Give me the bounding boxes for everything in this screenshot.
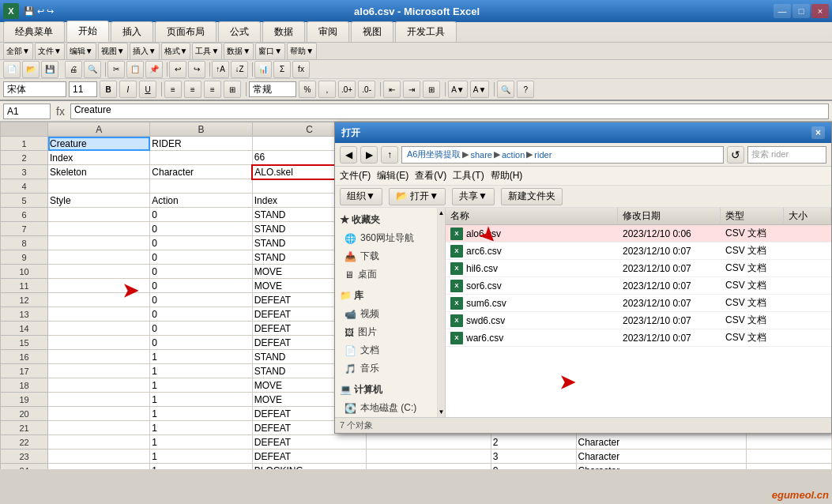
- cell-B15[interactable]: 0: [150, 336, 252, 350]
- sub-menu-file[interactable]: 文件▼: [35, 43, 65, 60]
- cell-A15[interactable]: [48, 336, 150, 350]
- file-row-3[interactable]: Xsor6.csv2023/12/10 0:07CSV 文档: [446, 277, 831, 295]
- sub-menu-edit[interactable]: 编辑▼: [66, 43, 96, 60]
- cell-A12[interactable]: [48, 293, 150, 307]
- fe-col-date[interactable]: 修改日期: [618, 208, 721, 224]
- bold-button[interactable]: B: [100, 81, 117, 98]
- cell-B7[interactable]: 0: [150, 222, 252, 236]
- fe-sidebar-music[interactable]: 🎵 音乐: [338, 359, 434, 378]
- cell-B2[interactable]: [150, 151, 252, 165]
- cell-A1[interactable]: Creature: [48, 137, 150, 151]
- toolbar-paste[interactable]: 📌: [145, 61, 163, 78]
- fe-search-box[interactable]: 搜索 rider: [747, 146, 826, 164]
- cell-A23[interactable]: [48, 449, 150, 464]
- sub-menu-window[interactable]: 窗口▼: [255, 43, 285, 60]
- fe-col-type[interactable]: 类型: [721, 208, 784, 224]
- cell-B10[interactable]: 0: [150, 265, 252, 279]
- formula-input[interactable]: Creature: [70, 103, 829, 119]
- cell-C23[interactable]: DEFEAT: [252, 449, 367, 464]
- fe-share-button[interactable]: 共享▼: [452, 188, 495, 205]
- tab-page-layout[interactable]: 页面布局: [155, 21, 216, 42]
- file-row-4[interactable]: Xsum6.csv2023/12/10 0:07CSV 文档: [446, 295, 831, 312]
- cell-A20[interactable]: [48, 407, 150, 421]
- tab-start[interactable]: 开始: [66, 21, 109, 42]
- fe-col-name[interactable]: 名称: [446, 208, 618, 224]
- underline-button[interactable]: U: [139, 81, 156, 98]
- cell-A14[interactable]: [48, 322, 150, 336]
- cell-A17[interactable]: [48, 364, 150, 378]
- cell-B12[interactable]: 0: [150, 293, 252, 307]
- cell-A8[interactable]: [48, 236, 150, 250]
- fe-up-button[interactable]: ↑: [381, 146, 398, 164]
- toolbar-redo[interactable]: ↪: [188, 61, 205, 78]
- tab-view[interactable]: 视图: [351, 21, 393, 42]
- fe-close-button[interactable]: ×: [811, 126, 825, 139]
- fe-sidebar-download[interactable]: 📥 下载: [338, 247, 434, 265]
- cell-A5[interactable]: Style: [48, 194, 150, 208]
- file-row-2[interactable]: Xhil6.csv2023/12/10 0:07CSV 文档: [446, 260, 831, 277]
- toolbar-save[interactable]: 💾: [41, 61, 58, 78]
- cell-B3[interactable]: Character: [150, 165, 252, 179]
- toolbar-chart[interactable]: 📊: [254, 61, 272, 78]
- toolbar-undo[interactable]: ↩: [169, 61, 186, 78]
- toolbar-new[interactable]: 📄: [3, 61, 21, 78]
- cell-B24[interactable]: 1: [150, 464, 252, 470]
- help[interactable]: ?: [517, 81, 534, 98]
- fe-col-size[interactable]: 大小: [784, 208, 831, 224]
- indent-dec[interactable]: ⇤: [383, 81, 401, 98]
- fill-color[interactable]: A▼: [448, 81, 468, 98]
- toolbar-open[interactable]: 📂: [22, 61, 40, 78]
- cell-B6[interactable]: 0: [150, 208, 252, 222]
- file-row-1[interactable]: Xarc6.csv2023/12/10 0:07CSV 文档: [446, 243, 831, 260]
- tab-developer[interactable]: 开发工具: [395, 21, 457, 42]
- cell-B16[interactable]: 1: [150, 350, 252, 364]
- cell-D22[interactable]: [367, 435, 491, 449]
- decimal-dec[interactable]: .0-: [358, 81, 375, 98]
- fe-crumb-share[interactable]: share: [470, 150, 492, 160]
- maximize-button[interactable]: □: [792, 4, 810, 18]
- tab-data[interactable]: 数据: [262, 21, 305, 42]
- cell-A3[interactable]: Skeleton: [48, 165, 150, 179]
- tab-insert[interactable]: 插入: [111, 21, 153, 42]
- sub-menu-data[interactable]: 数据▼: [224, 43, 254, 60]
- fe-new-folder-button[interactable]: 新建文件夹: [501, 188, 563, 205]
- cell-B5[interactable]: Action: [150, 194, 252, 208]
- close-button[interactable]: ×: [811, 4, 829, 18]
- cell-A13[interactable]: [48, 307, 150, 322]
- percent[interactable]: %: [299, 81, 316, 98]
- fe-favorites-header[interactable]: ★ 收藏夹: [338, 211, 434, 229]
- cell-B13[interactable]: 0: [150, 307, 252, 322]
- fe-crumb-rider[interactable]: rider: [534, 150, 552, 160]
- cell-A21[interactable]: [48, 421, 150, 435]
- toolbar-preview[interactable]: 🔍: [84, 61, 101, 78]
- col-header-b[interactable]: B: [150, 122, 252, 137]
- font-name-selector[interactable]: 宋体: [3, 81, 66, 97]
- cell-E22[interactable]: 2: [491, 435, 576, 449]
- sub-menu-all[interactable]: 全部▼: [3, 43, 33, 60]
- sub-menu-format[interactable]: 格式▼: [161, 43, 191, 60]
- indent-inc[interactable]: ⇥: [403, 81, 420, 98]
- fe-library-header[interactable]: 📁 库: [338, 287, 434, 305]
- fe-sidebar-360[interactable]: 🌐 360网址导航: [338, 229, 434, 247]
- fe-crumb-root[interactable]: A6用坐骑提取: [407, 149, 461, 160]
- tab-review[interactable]: 审阅: [307, 21, 349, 42]
- cell-B4[interactable]: [150, 179, 252, 194]
- cell-A16[interactable]: [48, 350, 150, 364]
- align-left[interactable]: ≡: [164, 81, 182, 98]
- cell-C24[interactable]: BLOCKING: [252, 464, 367, 470]
- fe-sidebar-documents[interactable]: 📄 文档: [338, 341, 434, 359]
- cell-G22[interactable]: [747, 435, 832, 449]
- fe-sidebar-scrollbar[interactable]: ▲ ▼: [438, 208, 446, 417]
- cell-B22[interactable]: 1: [150, 435, 252, 449]
- fe-menu-edit[interactable]: 编辑(E): [377, 169, 408, 182]
- fe-organize-button[interactable]: 组织▼: [340, 188, 382, 205]
- cell-A4[interactable]: [48, 179, 150, 194]
- cell-A24[interactable]: [48, 464, 150, 470]
- fe-address-path[interactable]: A6用坐骑提取 ▶ share ▶ action ▶ rider: [401, 146, 724, 164]
- cell-A7[interactable]: [48, 222, 150, 236]
- cell-B11[interactable]: 0: [150, 279, 252, 293]
- fe-sidebar-pictures[interactable]: 🖼 图片: [338, 323, 434, 341]
- file-row-5[interactable]: Xswd6.csv2023/12/10 0:07CSV 文档: [446, 312, 831, 329]
- minimize-button[interactable]: —: [774, 4, 791, 18]
- fe-forward-button[interactable]: ▶: [360, 146, 378, 164]
